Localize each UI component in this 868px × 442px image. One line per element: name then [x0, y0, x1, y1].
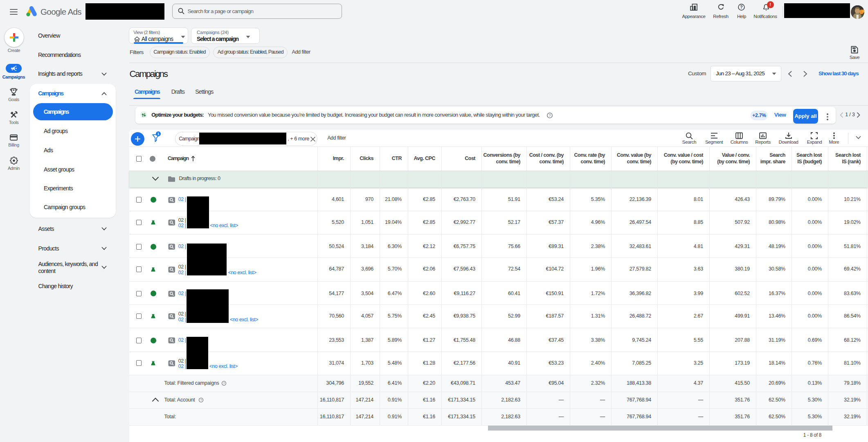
svg-text:?: ?	[740, 5, 742, 9]
svg-text:?: ?	[200, 398, 202, 402]
svg-text:?: ?	[223, 381, 225, 385]
svg-text:?: ?	[549, 113, 551, 117]
